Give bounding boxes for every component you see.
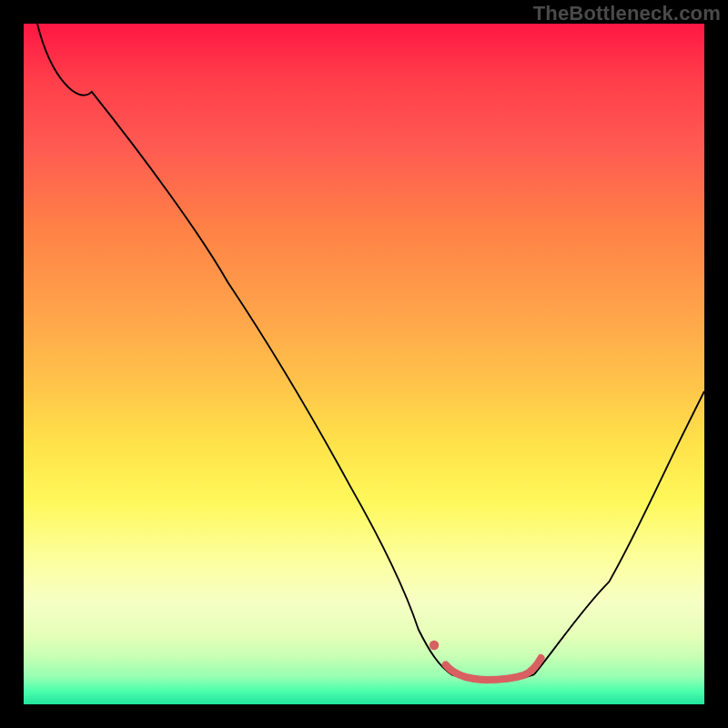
curve-left [37, 24, 452, 675]
accent-dot [430, 641, 439, 650]
curve-right [534, 391, 704, 674]
plot-frame [24, 24, 704, 704]
chart-container: TheBottleneck.com [0, 0, 728, 728]
accent-valley-bar [446, 658, 541, 680]
plot-svg [24, 24, 704, 704]
watermark-text: TheBottleneck.com [533, 2, 721, 25]
